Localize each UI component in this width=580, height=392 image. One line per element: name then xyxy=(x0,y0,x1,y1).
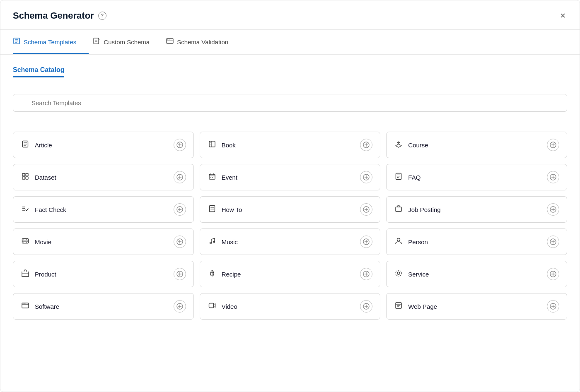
card-label-service: Service xyxy=(408,271,429,278)
card-icon-software xyxy=(21,302,30,311)
section-title-container: Schema Catalog xyxy=(13,66,567,86)
card-web-page[interactable]: Web Page xyxy=(386,293,567,320)
card-icon-faq xyxy=(394,173,403,182)
card-article[interactable]: Article xyxy=(13,132,194,158)
card-icon-movie xyxy=(21,237,30,247)
card-icon-article xyxy=(21,140,30,150)
tab-custom-schema[interactable]: Custom Schema xyxy=(93,30,162,54)
svg-rect-67 xyxy=(396,207,401,212)
schema-validation-icon xyxy=(166,37,174,46)
add-button-fact-check[interactable] xyxy=(174,203,186,216)
modal-title: Schema Generator xyxy=(13,10,94,21)
card-icon-product xyxy=(21,269,30,279)
add-button-how-to[interactable] xyxy=(360,203,372,216)
tab-schema-templates-label: Schema Templates xyxy=(24,38,76,46)
section-title-row: Schema Catalog xyxy=(13,66,64,77)
svg-rect-34 xyxy=(26,177,28,179)
card-video[interactable]: Video xyxy=(200,293,381,320)
card-left-movie: Movie xyxy=(21,237,51,247)
card-icon-service xyxy=(394,269,403,279)
card-label-video: Video xyxy=(222,303,237,310)
card-how-to[interactable]: How To xyxy=(200,196,381,223)
card-icon-job-posting xyxy=(394,205,403,214)
card-dataset[interactable]: Dataset xyxy=(13,164,194,190)
svg-rect-60 xyxy=(209,205,215,212)
tab-schema-validation-label: Schema Validation xyxy=(177,38,228,46)
svg-point-27 xyxy=(398,141,399,142)
card-movie[interactable]: Movie xyxy=(13,228,194,255)
card-left-dataset: Dataset xyxy=(21,173,56,182)
add-button-product[interactable] xyxy=(174,268,186,280)
card-left-recipe: Recipe xyxy=(208,269,241,279)
svg-point-105 xyxy=(23,303,24,304)
card-label-event: Event xyxy=(222,174,237,181)
svg-point-98 xyxy=(397,272,400,274)
add-button-job-posting[interactable] xyxy=(547,203,559,216)
add-button-faq[interactable] xyxy=(547,171,559,183)
card-book[interactable]: Book xyxy=(200,132,381,158)
svg-point-107 xyxy=(25,303,26,304)
custom-schema-icon xyxy=(93,37,100,46)
card-product[interactable]: Product xyxy=(13,261,194,287)
content-area: Schema Catalog Article xyxy=(0,55,580,331)
close-button[interactable]: × xyxy=(558,10,567,22)
card-left-job-posting: Job Posting xyxy=(394,205,440,214)
add-button-music[interactable] xyxy=(360,236,372,248)
add-button-course[interactable] xyxy=(547,139,559,151)
add-button-person[interactable] xyxy=(547,236,559,248)
card-software[interactable]: Software xyxy=(13,293,194,320)
svg-rect-43 xyxy=(212,177,213,178)
card-icon-event xyxy=(208,173,217,182)
card-icon-web-page xyxy=(394,302,403,311)
card-left-music: Music xyxy=(208,237,238,247)
add-button-dataset[interactable] xyxy=(174,171,186,183)
card-label-product: Product xyxy=(35,271,56,278)
card-job-posting[interactable]: Job Posting xyxy=(386,196,567,223)
add-button-service[interactable] xyxy=(547,268,559,280)
card-left-video: Video xyxy=(208,302,237,311)
add-button-movie[interactable] xyxy=(174,236,186,248)
card-left-service: Service xyxy=(394,269,429,279)
card-label-faq: FAQ xyxy=(408,174,420,181)
search-input[interactable] xyxy=(13,94,567,112)
card-label-music: Music xyxy=(222,238,238,245)
svg-rect-20 xyxy=(209,141,215,147)
card-label-software: Software xyxy=(35,303,59,310)
tab-schema-validation[interactable]: Schema Validation xyxy=(166,30,241,54)
svg-rect-32 xyxy=(26,173,28,176)
card-left-article: Article xyxy=(21,140,52,150)
svg-rect-33 xyxy=(22,177,25,179)
card-music[interactable]: Music xyxy=(200,228,381,255)
help-icon[interactable]: ? xyxy=(98,12,106,20)
add-button-event[interactable] xyxy=(360,171,372,183)
card-left-book: Book xyxy=(208,140,236,150)
card-left-how-to: How To xyxy=(208,205,242,214)
svg-point-10 xyxy=(169,39,169,40)
card-left-faq: FAQ xyxy=(394,173,420,182)
card-event[interactable]: Event xyxy=(200,164,381,190)
card-faq[interactable]: FAQ xyxy=(386,164,567,190)
card-service[interactable]: Service xyxy=(386,261,567,287)
add-button-book[interactable] xyxy=(360,139,372,151)
tab-schema-templates[interactable]: Schema Templates xyxy=(13,30,89,54)
card-fact-check[interactable]: Fact Check xyxy=(13,196,194,223)
card-label-dataset: Dataset xyxy=(35,174,56,181)
card-course[interactable]: Course xyxy=(386,132,567,158)
add-button-recipe[interactable] xyxy=(360,268,372,280)
add-button-article[interactable] xyxy=(174,139,186,151)
add-button-video[interactable] xyxy=(360,300,372,313)
card-person[interactable]: Person xyxy=(386,228,567,255)
card-left-web-page: Web Page xyxy=(394,302,437,311)
card-label-recipe: Recipe xyxy=(222,271,241,278)
card-left-product: Product xyxy=(21,269,56,279)
add-button-web-page[interactable] xyxy=(547,300,559,313)
card-icon-video xyxy=(208,302,217,311)
card-label-book: Book xyxy=(222,142,236,149)
add-button-software[interactable] xyxy=(174,300,186,313)
card-label-article: Article xyxy=(35,142,52,149)
card-icon-course xyxy=(394,140,403,150)
card-label-movie: Movie xyxy=(35,238,51,245)
card-icon-recipe xyxy=(208,269,217,279)
card-left-fact-check: Fact Check xyxy=(21,205,66,214)
card-recipe[interactable]: Recipe xyxy=(200,261,381,287)
